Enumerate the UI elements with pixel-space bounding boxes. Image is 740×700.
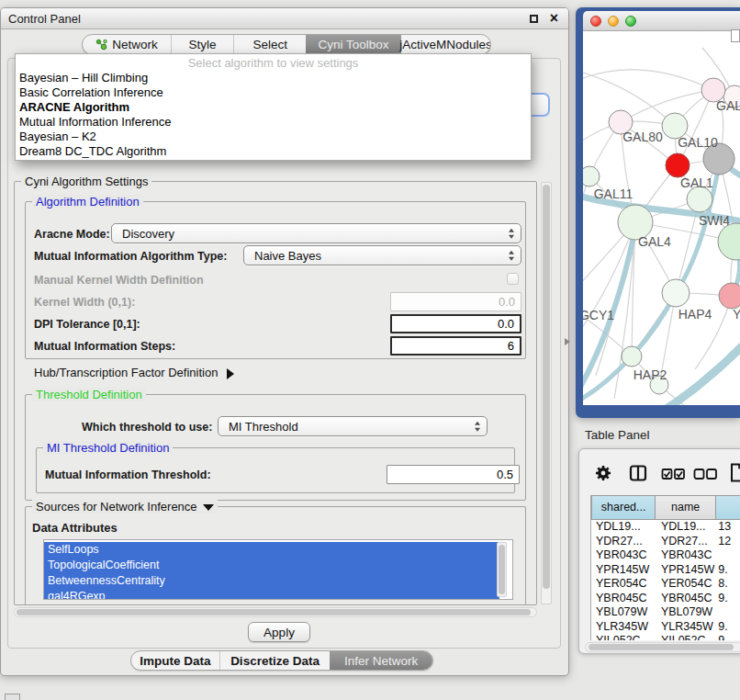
control-panel-titlebar[interactable]: Control Panel × — [1, 8, 568, 29]
table-cell[interactable]: YLR345W — [656, 620, 718, 635]
table-cell[interactable]: YBR043C — [591, 548, 656, 563]
table-cell[interactable]: YDL19... — [656, 520, 718, 535]
which-threshold-combo[interactable]: MI Threshold — [218, 416, 488, 436]
table-cell[interactable]: YER054C — [591, 577, 656, 592]
data-attribute-item[interactable]: TopologicalCoefficient — [44, 558, 499, 573]
close-traffic-light-icon[interactable] — [590, 16, 601, 27]
hub-definition-toggle[interactable]: Hub/Transcription Factor Definition — [34, 366, 234, 379]
settings-horizontal-scrollbar-thumb[interactable] — [17, 609, 531, 615]
table-cell[interactable]: YDR27... — [656, 535, 718, 549]
mi-threshold-input[interactable] — [387, 465, 520, 484]
settings-vertical-scrollbar-thumb[interactable] — [543, 185, 550, 589]
algorithm-option[interactable]: Dream8 DC_TDC Algorithm — [16, 144, 531, 159]
mi-steps-input[interactable] — [390, 336, 521, 356]
float-window-icon[interactable] — [530, 15, 538, 23]
table-horizontal-scrollbar-thumb[interactable] — [589, 644, 734, 650]
attributes-scrollbar[interactable] — [497, 542, 507, 597]
table-row[interactable]: YER054CYER054C8. — [591, 577, 740, 592]
data-attribute-item[interactable]: BetweennessCentrality — [44, 573, 499, 589]
close-window-icon[interactable]: × — [550, 10, 558, 27]
table-cell[interactable]: YLR345W — [591, 620, 656, 635]
algorithm-option[interactable]: Bayesian – K2 — [16, 130, 531, 144]
table-cell[interactable]: YPR145W — [591, 563, 656, 578]
table-row[interactable]: YDR27...YDR27...12 — [591, 535, 740, 549]
tab-jactivemnodules[interactable]: jActiveMNodules — [401, 35, 490, 54]
table-cell[interactable]: YPR145W — [656, 563, 718, 578]
network-node[interactable] — [719, 283, 740, 309]
algorithm-option[interactable]: Bayesian – Hill Climbing — [16, 71, 531, 85]
manual-kernel-width-checkbox[interactable] — [507, 273, 519, 285]
algorithm-option[interactable]: Basic Correlation Inference — [16, 85, 531, 100]
splitter-handle-icon[interactable] — [565, 338, 570, 345]
zoom-traffic-light-icon[interactable] — [625, 16, 636, 27]
data-attribute-item[interactable]: gal4RGexp — [44, 589, 499, 600]
column-header-clipped[interactable] — [715, 495, 740, 520]
minimized-panel-icon[interactable] — [5, 694, 20, 700]
settings-vertical-scrollbar[interactable] — [541, 182, 552, 604]
table-cell[interactable]: YIL052C — [591, 634, 656, 640]
select-all-button[interactable] — [661, 468, 686, 484]
network-node[interactable] — [718, 223, 740, 260]
tab-network[interactable]: Network — [83, 35, 171, 54]
split-columns-button[interactable] — [629, 464, 647, 486]
mi-algorithm-type-combo[interactable]: Naive Bayes — [243, 245, 521, 265]
algorithm-option[interactable]: Mutual Information Inference — [16, 115, 531, 130]
table-cell[interactable]: 9. — [718, 592, 740, 606]
table-cell[interactable]: YBL079W — [591, 605, 656, 620]
table-cell[interactable]: YBR045C — [591, 592, 656, 606]
attributes-scrollbar-thumb[interactable] — [499, 545, 505, 594]
tab-cyni-toolbox[interactable]: Cyni Toolbox — [306, 35, 401, 54]
table-row[interactable]: YIL052CYIL052C9 — [591, 634, 740, 640]
column-header-shared-name[interactable]: shared... — [591, 495, 656, 520]
aracne-mode-combo[interactable]: Discovery — [111, 223, 521, 243]
table-row[interactable]: YBR043CYBR043C — [591, 548, 740, 563]
table-cell[interactable] — [718, 548, 740, 563]
dpi-tolerance-input[interactable] — [390, 314, 521, 333]
algorithm-option[interactable]: ARACNE Algorithm — [16, 100, 531, 115]
tab-select[interactable]: Select — [233, 35, 306, 54]
minimize-traffic-light-icon[interactable] — [608, 16, 619, 27]
table-cell[interactable]: YIL052C — [656, 634, 718, 640]
table-cell[interactable]: YDL19... — [591, 520, 656, 535]
table-cell[interactable]: 12 — [718, 535, 740, 549]
table-row[interactable]: YLR345WYLR345W9. — [591, 620, 740, 635]
collapse-down-icon[interactable] — [203, 504, 214, 511]
network-canvas-container[interactable]: GALGAL80GAL10GAL1GAL11SWI4GAL4GCY1HAP4YH… — [583, 31, 740, 405]
network-node[interactable] — [662, 279, 690, 307]
network-view-titlebar[interactable] — [583, 11, 740, 31]
network-canvas[interactable]: GALGAL80GAL10GAL1GAL11SWI4GAL4GCY1HAP4YH… — [583, 31, 740, 405]
table-cell[interactable]: 9. — [718, 620, 740, 635]
table-cell[interactable]: 9. — [718, 563, 740, 578]
table-horizontal-scrollbar[interactable] — [585, 642, 740, 652]
tab-discretize-data[interactable]: Discretize Data — [219, 651, 331, 670]
kernel-width-input[interactable] — [390, 292, 521, 311]
table-cell[interactable]: 9 — [718, 634, 740, 640]
table-cell[interactable] — [718, 605, 740, 620]
table-cell[interactable]: YBL079W — [656, 605, 718, 620]
column-header-name[interactable]: name — [655, 495, 716, 520]
sources-title[interactable]: Sources for Network Inference — [32, 500, 218, 514]
apply-button[interactable]: Apply — [248, 622, 310, 642]
settings-horizontal-scrollbar[interactable] — [14, 607, 537, 617]
table-cell[interactable]: YBR045C — [656, 592, 718, 606]
table-cell[interactable]: YER054C — [656, 577, 718, 592]
network-node[interactable] — [666, 153, 690, 177]
data-attributes-list[interactable]: SelfLoopsTopologicalCoefficientBetweenne… — [43, 539, 513, 600]
tab-impute-data[interactable]: Impute Data — [131, 651, 219, 670]
network-node[interactable] — [687, 186, 712, 212]
table-row[interactable]: YDL19...YDL19...13 — [591, 520, 740, 535]
data-attribute-item[interactable]: SelfLoops — [44, 542, 499, 558]
expand-right-icon[interactable] — [227, 368, 234, 379]
table-cell[interactable]: YBR043C — [656, 548, 718, 563]
tab-infer-network[interactable]: Infer Network — [330, 651, 432, 670]
export-table-button[interactable] — [730, 463, 740, 486]
table-row[interactable]: YPR145WYPR145W9. — [591, 563, 740, 578]
table-settings-button[interactable] — [594, 464, 612, 486]
table-cell[interactable]: 13 — [718, 520, 740, 535]
table-cell[interactable]: 8. — [718, 577, 740, 592]
table-row[interactable]: YBL079WYBL079W — [591, 605, 740, 620]
table-row[interactable]: YBR045CYBR045C9. — [591, 592, 740, 606]
table-cell[interactable]: YDR27... — [591, 535, 656, 549]
tab-style[interactable]: Style — [171, 35, 233, 54]
deselect-all-button[interactable] — [693, 468, 718, 484]
